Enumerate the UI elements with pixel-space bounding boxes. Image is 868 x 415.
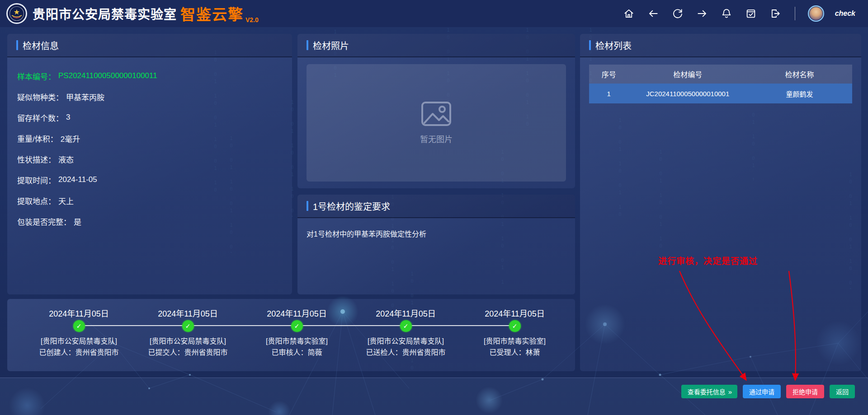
timeline-step-reviewed: 2024年11月05日 ✓ [贵阳市禁毒实验室] 已审核人：简薇 xyxy=(242,307,351,359)
cell-name: 童颜鹤发 xyxy=(747,84,852,103)
header-divider xyxy=(795,7,795,20)
info-field-suspected-type: 疑似物种类： 甲基苯丙胺 xyxy=(17,86,282,107)
requirement-content: 对1号检材中的甲基苯丙胺做定性分析 xyxy=(297,218,575,249)
title-accent-bar xyxy=(307,40,308,50)
photo-empty-placeholder: 暂无图片 xyxy=(307,64,566,182)
timeline-step-created: 2024年11月05日 ✓ [贵阳市公安局禁毒支队] 已创建人：贵州省贵阳市 xyxy=(24,307,133,359)
requirement-title: 1号检材的鉴定要求 xyxy=(313,200,390,213)
title-accent-bar xyxy=(589,40,591,50)
app-title: 贵阳市公安局禁毒实验室 xyxy=(33,5,177,23)
requirement-panel-header: 1号检材的鉴定要求 xyxy=(297,195,575,218)
info-field-retained-count: 留存样个数： 3 xyxy=(17,107,282,128)
notifications-button[interactable] xyxy=(720,7,733,20)
table-row[interactable]: 1 JC20241100050000010001 童颜鹤发 xyxy=(589,84,852,103)
username-label[interactable]: check xyxy=(835,9,855,18)
cell-index: 1 xyxy=(589,84,628,103)
avatar[interactable] xyxy=(808,5,824,22)
sample-list-title: 检材列表 xyxy=(595,39,632,52)
sample-info-title: 检材信息 xyxy=(23,39,59,52)
no-image-text: 暂无图片 xyxy=(420,133,453,145)
forward-arrow-icon xyxy=(696,8,708,19)
police-badge-logo xyxy=(6,3,27,24)
sample-info-panel: 检材信息 样本编号： PS202411000500000100011 疑似物种类… xyxy=(7,34,292,294)
footer-buttons: 查看委托信息 » 通过申请 拒绝申请 返回 xyxy=(681,385,855,398)
info-field-appearance: 性状描述： 液态 xyxy=(17,149,282,169)
title-accent-bar xyxy=(16,40,18,50)
cell-code: JC20241100050000010001 xyxy=(628,84,747,103)
footer-action-bar: 查看委托信息 » 通过申请 拒绝申请 返回 xyxy=(0,378,868,415)
info-field-sample-number: 样本编号： PS202411000500000100011 xyxy=(17,65,282,86)
timeline-step-accepted: 2024年11月05日 ✓ [贵阳市禁毒实验室] 已受理人：林萧 xyxy=(460,307,569,359)
sample-photo-panel-header: 检材照片 xyxy=(297,34,575,57)
double-chevron-icon: » xyxy=(728,388,731,396)
app-header: 贵阳市公安局禁毒实验室 智鉴云擎 V2.0 xyxy=(0,0,868,27)
info-field-extract-time: 提取时间： 2024-11-05 xyxy=(17,169,282,190)
check-circle-icon: ✓ xyxy=(291,320,303,332)
approve-application-button[interactable]: 通过申请 xyxy=(743,385,781,398)
home-button[interactable] xyxy=(622,7,636,20)
view-commission-info-button[interactable]: 查看委托信息 » xyxy=(681,385,737,398)
back-arrow-icon xyxy=(647,8,659,19)
check-circle-icon: ✓ xyxy=(73,320,85,332)
home-icon xyxy=(623,8,635,19)
check-circle-icon: ✓ xyxy=(400,320,412,332)
sample-info-panel-header: 检材信息 xyxy=(7,34,292,57)
timeline-panel: 2024年11月05日 ✓ [贵阳市公安局禁毒支队] 已创建人：贵州省贵阳市 2… xyxy=(7,299,575,371)
info-field-extract-place: 提取地点： 天上 xyxy=(17,190,282,211)
brand-logo: 智鉴云擎 xyxy=(180,3,244,24)
sample-list-table-wrap: 序号 检材编号 检材名称 1 JC20241100050000010001 童颜… xyxy=(580,57,861,111)
refresh-button[interactable] xyxy=(671,7,684,20)
header-actions: check xyxy=(622,5,855,22)
column-header-name: 检材名称 xyxy=(747,65,852,84)
return-button[interactable]: 返回 xyxy=(830,385,855,398)
todo-check-icon xyxy=(745,8,757,19)
sample-photo-body: 暂无图片 xyxy=(297,57,575,188)
column-header-index: 序号 xyxy=(589,65,628,84)
review-annotation-text: 进行审核，决定是否通过 xyxy=(658,254,758,266)
check-circle-icon: ✓ xyxy=(182,320,194,332)
process-timeline: 2024年11月05日 ✓ [贵阳市公安局禁毒支队] 已创建人：贵州省贵阳市 2… xyxy=(7,299,575,359)
info-field-weight-volume: 重量/体积： 2毫升 xyxy=(17,128,282,149)
logout-icon xyxy=(769,8,781,19)
bell-icon xyxy=(721,8,732,19)
sample-photo-panel: 检材照片 暂无图片 xyxy=(297,34,575,188)
refresh-icon xyxy=(672,8,684,19)
sample-list-table: 序号 检材编号 检材名称 1 JC20241100050000010001 童颜… xyxy=(589,65,852,103)
sample-info-body: 样本编号： PS202411000500000100011 疑似物种类： 甲基苯… xyxy=(7,57,292,240)
info-field-package-intact: 包装是否完整： 是 xyxy=(17,211,282,232)
sample-list-panel: 检材列表 序号 检材编号 检材名称 1 JC202411000500000100… xyxy=(580,34,861,371)
logout-button[interactable] xyxy=(769,7,782,20)
todo-button[interactable] xyxy=(744,7,758,20)
timeline-step-sent: 2024年11月05日 ✓ [贵阳市公安局禁毒支队] 已送检人：贵州省贵阳市 xyxy=(351,307,460,359)
column-header-code: 检材编号 xyxy=(628,65,747,84)
version-label: V2.0 xyxy=(245,16,259,23)
check-circle-icon: ✓ xyxy=(509,320,521,332)
table-header-row: 序号 检材编号 检材名称 xyxy=(589,65,852,84)
reject-application-button[interactable]: 拒绝申请 xyxy=(786,385,824,398)
timeline-step-submitted: 2024年11月05日 ✓ [贵阳市公安局禁毒支队] 已提交人：贵州省贵阳市 xyxy=(133,307,242,359)
no-image-icon xyxy=(421,101,452,126)
back-button[interactable] xyxy=(646,7,660,20)
requirement-panel: 1号检材的鉴定要求 对1号检材中的甲基苯丙胺做定性分析 xyxy=(297,195,575,294)
forward-button[interactable] xyxy=(695,7,709,20)
sample-list-panel-header: 检材列表 xyxy=(580,34,861,57)
sample-photo-title: 检材照片 xyxy=(313,39,349,52)
title-accent-bar xyxy=(307,201,308,211)
